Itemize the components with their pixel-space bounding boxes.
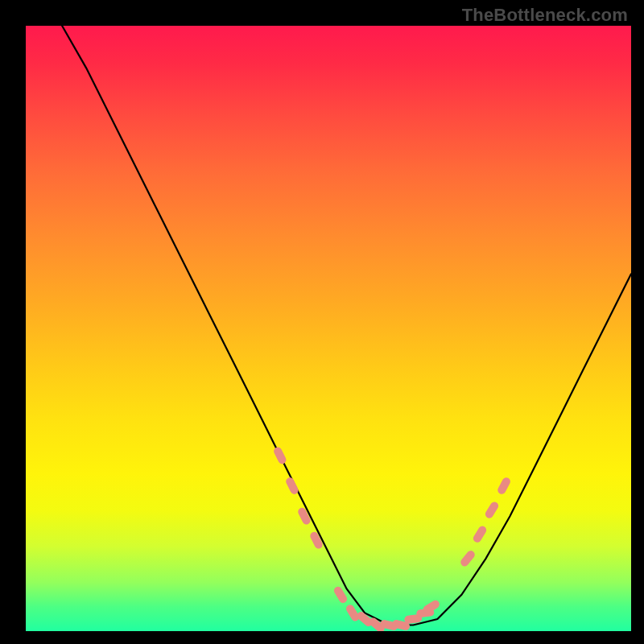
bottleneck-curve	[62, 26, 631, 625]
watermark-text: TheBottleneck.com	[462, 5, 628, 26]
marker-right-cluster-b	[472, 525, 488, 544]
marker-group	[272, 446, 511, 631]
marker-right-cluster-c	[484, 501, 500, 520]
chart-frame: TheBottleneck.com	[0, 0, 644, 644]
marker-left-cluster-a	[285, 476, 300, 495]
marker-right-cluster-a	[459, 549, 477, 568]
marker-left-cluster-start	[272, 446, 287, 465]
marker-valley-left-b	[345, 603, 361, 622]
marker-right-cluster-end	[497, 476, 512, 495]
plot-area	[26, 26, 631, 631]
curve-layer	[26, 26, 631, 631]
